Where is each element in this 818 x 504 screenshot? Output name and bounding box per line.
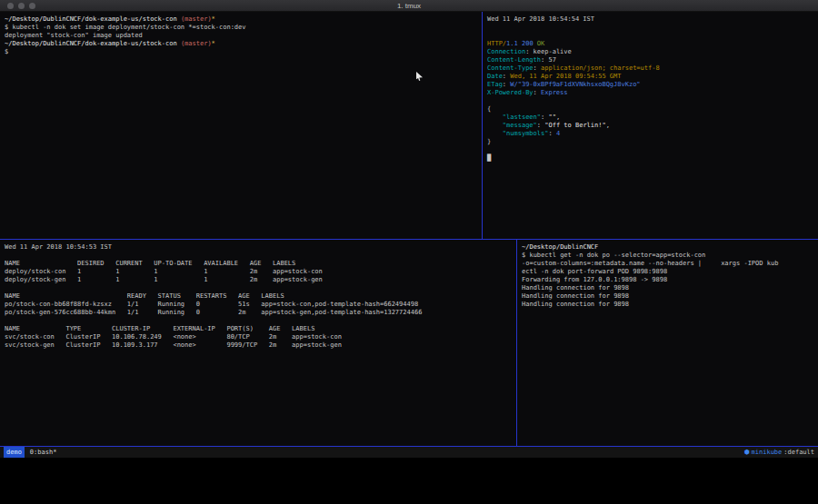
terminal-text-segment: Forwarding from 127.0.0.1:9898 -> 9898 — [522, 276, 667, 283]
window-controls — [7, 0, 35, 12]
terminal-text-segment: Handling connection for 9898 — [522, 292, 629, 300]
terminal-line: Handling connection for 9898 — [522, 292, 818, 301]
terminal-output-port-forward: ~/Desktop/DublinCNCF$ kubectl get -n dok… — [517, 240, 818, 309]
terminal-line — [487, 24, 818, 32]
terminal-text-segment: NAME READY STATUS RESTARTS AGE LABELS — [5, 292, 284, 300]
tmux-window-item[interactable]: 0:bash* — [30, 449, 57, 456]
terminal-text-segment: deploy/stock-con 1 1 1 1 2m app=stock-co… — [5, 268, 323, 275]
terminal-line: { — [487, 105, 818, 114]
terminal-line — [487, 97, 818, 105]
terminal-line: po/stock-gen-576cc688bb-44kmn 1/1 Runnin… — [5, 309, 516, 317]
terminal-text-segment: 1.1 — [506, 40, 518, 47]
terminal-line: █ — [487, 154, 818, 163]
terminal-text-segment: "Off to Berlin!" — [544, 122, 605, 129]
terminal-output-kubectl-set-image: ~/Desktop/DublinCNCF/dok-example-us/stoc… — [0, 12, 482, 56]
terminal-text-segment: NAME TYPE CLUSTER-IP EXTERNAL-IP PORT(S)… — [5, 325, 314, 332]
terminal-line — [5, 317, 516, 325]
terminal-line: $ — [5, 48, 482, 56]
terminal-line: deploy/stock-con 1 1 1 1 2m app=stock-co… — [5, 268, 516, 276]
kube-namespace-label: :default — [783, 449, 814, 456]
terminal-line: Connection: keep-alive — [487, 48, 818, 56]
terminal-text-segment: ~/Desktop/DublinCNCF — [522, 243, 598, 251]
terminal-line: ~/Desktop/DublinCNCF/dok-example-us/stoc… — [5, 15, 482, 24]
kube-context-name: minikube — [752, 449, 783, 456]
terminal-text-segment: Date — [487, 73, 503, 80]
pane-bottom-left[interactable]: Wed 11 Apr 2018 10:54:53 IST NAME DESIRE… — [0, 240, 516, 447]
terminal-text-segment: Connection — [487, 48, 525, 55]
terminal-text-segment: 200 — [522, 40, 534, 47]
minikube-icon: ⬢ — [743, 449, 749, 456]
terminal-line — [5, 284, 516, 292]
terminal-text-segment — [487, 122, 503, 129]
pane-top-right[interactable]: Wed 11 Apr 2018 10:54:54 IST HTTP/1.1 20… — [483, 12, 818, 239]
pane-top-left[interactable]: ~/Desktop/DublinCNCF/dok-example-us/stoc… — [0, 12, 482, 239]
terminal-line: Content-Type: application/json; charset=… — [487, 64, 818, 73]
terminal-line: NAME DESIRED CURRENT UP-TO-DATE AVAILABL… — [5, 260, 516, 268]
terminal-text-segment: Handling connection for 9898 — [522, 284, 629, 292]
terminal-text-segment: : — [534, 64, 541, 72]
statusbar-right: ⬢ minikube :default — [743, 449, 814, 456]
terminal-line: Wed 11 Apr 2018 10:54:53 IST — [5, 243, 516, 252]
terminal-line: svc/stock-con ClusterIP 10.106.78.249 <n… — [5, 333, 516, 341]
terminal-text-segment: po/stock-gen-576cc688bb-44kmn 1/1 Runnin… — [5, 309, 422, 316]
terminal-line: } — [487, 138, 818, 146]
terminal-text-segment: keep-alive — [534, 48, 572, 55]
terminal-text-segment: 57 — [548, 56, 555, 64]
terminal-line: Forwarding from 127.0.0.1:9898 -> 9898 — [522, 276, 818, 284]
terminal-text-segment: 4 — [556, 130, 560, 137]
terminal-line: $ kubectl -n dok set image deployment/st… — [5, 24, 482, 32]
terminal-text-segment: Handling connection for 9898 — [522, 301, 629, 308]
terminal-line: Wed 11 Apr 2018 10:54:54 IST — [487, 15, 818, 24]
minimize-window-button[interactable] — [18, 3, 25, 9]
terminal-text-segment: ectl -n dok port-forward POD 9898:9898 — [522, 268, 667, 275]
terminal-line: svc/stock-gen ClusterIP 10.109.3.177 <no… — [5, 341, 516, 350]
terminal-text-segment: HTTP/ — [487, 40, 506, 47]
terminal-text-segment: (master) — [181, 40, 212, 47]
terminal-line: Date: Wed, 11 Apr 2018 09:54:55 GMT — [487, 73, 818, 81]
terminal-line: -o=custom-columns=:metadata.name --no-he… — [522, 260, 818, 268]
terminal-text-segment: ~/Desktop/DublinCNCF/dok-example-us/stoc… — [5, 15, 181, 23]
terminal-text-segment: Express — [541, 89, 568, 96]
terminal-text-segment: svc/stock-gen ClusterIP 10.109.3.177 <no… — [5, 341, 342, 349]
terminal-line: Handling connection for 9898 — [522, 301, 818, 309]
terminal-text-segment: W/"39-0xBPf9aF1dXVNkhsxoBQgJ8vKzo" — [510, 81, 640, 88]
terminal-text-segment: $ kubectl -n dok set image deployment/st… — [5, 24, 246, 31]
tmux-content: ~/Desktop/DublinCNCF/dok-example-us/stoc… — [0, 12, 818, 447]
pane-bottom-right[interactable]: ~/Desktop/DublinCNCF$ kubectl get -n dok… — [517, 240, 818, 447]
terminal-output-http-response: Wed 11 Apr 2018 10:54:54 IST HTTP/1.1 20… — [483, 12, 818, 163]
terminal-text-segment: X-Powered-By — [487, 89, 534, 96]
terminal-line: Handling connection for 9898 — [522, 284, 818, 292]
terminal-line: NAME TYPE CLUSTER-IP EXTERNAL-IP PORT(S)… — [5, 325, 516, 333]
terminal-text-segment: , — [556, 114, 560, 121]
terminal-text-segment: { — [487, 105, 491, 113]
tmux-session-name[interactable]: demo — [4, 447, 25, 458]
terminal-text-segment: : — [537, 122, 544, 129]
terminal-line: deploy/stock-gen 1 1 1 1 2m app=stock-ge… — [5, 276, 516, 284]
terminal-text-segment — [487, 130, 503, 137]
terminal-line: ~/Desktop/DublinCNCF — [522, 243, 818, 252]
terminal-line — [5, 252, 516, 260]
close-window-button[interactable] — [7, 3, 14, 9]
terminal-text-segment: po/stock-con-bb68f88fd-kzsxz 1/1 Running… — [5, 301, 418, 308]
terminal-text-segment — [487, 114, 503, 121]
terminal-text-segment: deploy/stock-gen 1 1 1 1 2m app=stock-ge… — [5, 276, 323, 283]
terminal-text-segment: application/json; charset=utf-8 — [541, 64, 660, 72]
terminal-line: "lastseen": "", — [487, 114, 818, 122]
terminal-text-segment: : — [525, 48, 533, 55]
tmux-status-bar: demo 0:bash* ⬢ minikube :default — [0, 447, 818, 458]
terminal-line: "numsymbols": 4 — [487, 130, 818, 138]
terminal-text-segment: "numsymbols" — [503, 130, 549, 137]
zoom-window-button[interactable] — [29, 3, 35, 9]
window-titlebar[interactable]: 1. tmux — [0, 0, 818, 12]
terminal-line: ~/Desktop/DublinCNCF/dok-example-us/stoc… — [5, 40, 482, 48]
terminal-text-segment: Content-Type — [487, 64, 534, 72]
terminal-line: ETag: W/"39-0xBPf9aF1dXVNkhsxoBQgJ8vKzo" — [487, 81, 818, 89]
terminal-line: ectl -n dok port-forward POD 9898:9898 — [522, 268, 818, 276]
terminal-line: deployment "stock-con" image updated — [5, 32, 482, 40]
window-title: 1. tmux — [397, 2, 421, 10]
terminal-text-segment: "" — [548, 114, 555, 121]
terminal-text-segment: deployment "stock-con" image updated — [5, 32, 143, 39]
terminal-text-segment: Wed 11 Apr 2018 10:54:54 IST — [487, 15, 594, 23]
terminal-line: X-Powered-By: Express — [487, 89, 818, 97]
terminal-window: 1. tmux ~/Desktop/DublinCNCF/dok-example… — [0, 0, 818, 458]
